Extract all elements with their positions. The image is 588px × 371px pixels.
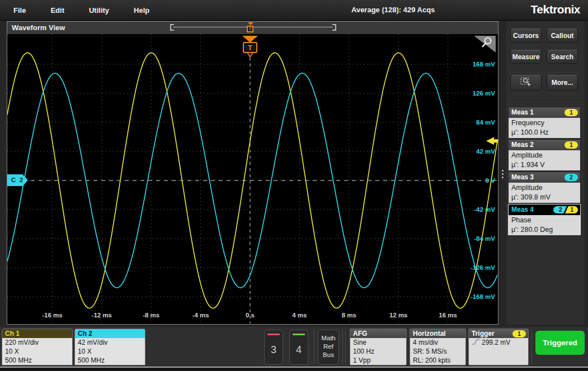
trigger-source-badge: 1 [512, 330, 526, 337]
channel-setting: 220 mV/div [5, 338, 72, 347]
meas-value: µ': 280.0 Deg [511, 225, 580, 235]
meas-card-body: Frequencyµ': 100.0 Hz [509, 118, 580, 138]
meas-name: Frequency [511, 118, 580, 128]
afg-panel-title: AFG [350, 329, 406, 338]
button-search[interactable]: Search [547, 50, 578, 64]
x-axis-label: 12 ms [389, 312, 408, 318]
settings-bar: Triggered Ch 1220 mV/div10 X500 MHzCh 24… [0, 327, 588, 367]
setting-line: 1 Vpp [353, 356, 406, 365]
setting-line: 299.2 mV [472, 338, 528, 347]
window-bottom-edge [0, 367, 588, 371]
channel-button-4[interactable]: 4 [289, 330, 308, 365]
channel-2-reference-label: C 2 [11, 177, 24, 183]
zoom-mode-button[interactable] [510, 75, 542, 91]
math-ref-bus-label: Bus [318, 351, 338, 359]
triggered-status-badge: Triggered [535, 331, 585, 355]
meas-card-title: Meas 421 [509, 204, 580, 215]
acquisition-status: Average (128): 429 Acqs [351, 0, 435, 20]
x-axis-label: 0 s [246, 312, 255, 318]
meas-name: Phase [511, 216, 580, 225]
x-axis-label: -8 ms [143, 312, 159, 318]
menu-items: FileEditUtilityHelp [13, 0, 149, 20]
more-button[interactable]: More... [547, 75, 578, 91]
channel-badge-body: 42 mV/div10 X500 MHz [75, 338, 145, 365]
trigger-position-marker-small[interactable]: T [247, 22, 254, 34]
trigger-level-arrow-tail [493, 139, 498, 142]
badge-text: 1 [570, 206, 573, 213]
waveform-title: Waveform View [12, 22, 65, 34]
menu-item-help[interactable]: Help [134, 6, 149, 15]
y-axis-label: -126 mV [471, 264, 495, 271]
channel-setting: 500 MHz [5, 356, 72, 365]
badge-text: 2 [559, 206, 562, 213]
trigger-t-icon: T [247, 26, 253, 32]
x-axis-label: 16 ms [439, 312, 457, 318]
oscilloscope-app: FileEditUtilityHelp Average (128): 429 A… [0, 0, 588, 371]
sidebar-divider [508, 101, 581, 102]
separator [342, 330, 343, 364]
menu-item-file[interactable]: File [13, 6, 26, 15]
meas-value: µ': 1.934 V [511, 160, 580, 170]
x-axis-label: 4 ms [292, 312, 307, 318]
menu-bar: FileEditUtilityHelp Average (128): 429 A… [0, 0, 588, 21]
meas-card-body: Amplitudeµ': 309.8 mV [509, 183, 580, 203]
meas-card-2[interactable]: Meas 21Amplitudeµ': 1.934 V [508, 139, 581, 170]
results-sidebar: CursorsCalloutMeasureSearchMore...Meas 1… [506, 21, 585, 325]
rising-edge-icon [472, 339, 480, 345]
preview-right-bracket [332, 24, 336, 31]
channel-number: 4 [290, 344, 308, 356]
meas-source-badge: 1 [565, 141, 578, 149]
button-cursors[interactable]: Cursors [510, 28, 542, 42]
channel-badge-2[interactable]: Ch 242 mV/div10 X500 MHz [74, 329, 145, 365]
meas-card-body: Amplitudeµ': 1.934 V [509, 150, 580, 170]
trigger-panel[interactable]: Trigger1299.2 mV [468, 329, 529, 365]
channel-badge-title: Ch 1 [2, 329, 72, 338]
meas-name: Amplitude [511, 151, 580, 160]
channel-color-bar [293, 334, 305, 335]
channel-badge-1[interactable]: Ch 1220 mV/div10 X500 MHz [2, 329, 73, 365]
math-ref-bus-button[interactable]: MathRefBus [318, 330, 339, 365]
channel-setting: 10 X [78, 347, 145, 356]
zoom-selection-icon [519, 75, 533, 88]
menu-item-utility[interactable]: Utility [89, 6, 109, 15]
trigger-panel-title: Trigger1 [469, 329, 528, 338]
meas-card-body: Phaseµ': 280.0 Deg [509, 215, 580, 235]
setting-line: Sine [353, 338, 406, 347]
meas-value: µ': 100.0 Hz [511, 128, 580, 137]
preview-left-bracket [170, 24, 174, 31]
x-axis-label: 8 ms [342, 312, 356, 318]
menu-item-edit[interactable]: Edit [50, 6, 64, 15]
channel-badge-body: 220 mV/div10 X500 MHz [2, 338, 72, 365]
x-axis-label: -16 ms [42, 312, 62, 318]
y-axis-label: 168 mV [473, 61, 496, 68]
y-axis-label: -168 mV [471, 293, 495, 300]
y-axis-label: 84 mV [476, 119, 495, 126]
afg-panel[interactable]: AFGSine100 Hz1 Vpp [350, 329, 407, 365]
afg-panel-body: Sine100 Hz1 Vpp [350, 338, 406, 365]
meas-source-badge: 1 [565, 109, 578, 116]
y-axis-label: 126 mV [473, 90, 496, 97]
waveform-panel: Waveform View T T168 mV126 mV84 mV42 mV0… [7, 21, 498, 325]
waveform-header: Waveform View T [7, 22, 498, 35]
horizontal-panel[interactable]: Horizontal4 ms/divSR: 5 MS/sRL: 200 kpts [410, 329, 466, 365]
setting-line: 100 Hz [353, 347, 406, 356]
channel-badge-title: Ch 2 [75, 329, 145, 338]
meas-source-badges: 21 [553, 206, 578, 213]
button-measure[interactable]: Measure [510, 50, 542, 64]
x-axis-label: -12 ms [92, 312, 112, 318]
meas-card-4[interactable]: Meas 421Phaseµ': 280.0 Deg [508, 204, 581, 235]
meas-card-1[interactable]: Meas 11Frequencyµ': 100.0 Hz [508, 107, 581, 138]
channel-setting: 10 X [5, 347, 72, 356]
trigger-triangle-icon [248, 22, 253, 25]
separator [531, 330, 532, 364]
meas-card-title: Meas 32 [509, 172, 580, 183]
channel-button-3[interactable]: 3 [264, 330, 283, 365]
button-callout[interactable]: Callout [547, 28, 578, 42]
waveform-plot-area[interactable]: T168 mV126 mV84 mV42 mV0 V-42 mV-84 mV-1… [7, 34, 498, 324]
channel-color-bar [267, 334, 280, 335]
separator [314, 330, 314, 364]
panel-resize-handle-icon[interactable] [501, 168, 504, 180]
tektronix-logo: Tektronix [531, 3, 580, 16]
acquisition-preview-bar[interactable]: T [170, 24, 336, 32]
meas-card-3[interactable]: Meas 32Amplitudeµ': 309.8 mV [508, 172, 581, 203]
